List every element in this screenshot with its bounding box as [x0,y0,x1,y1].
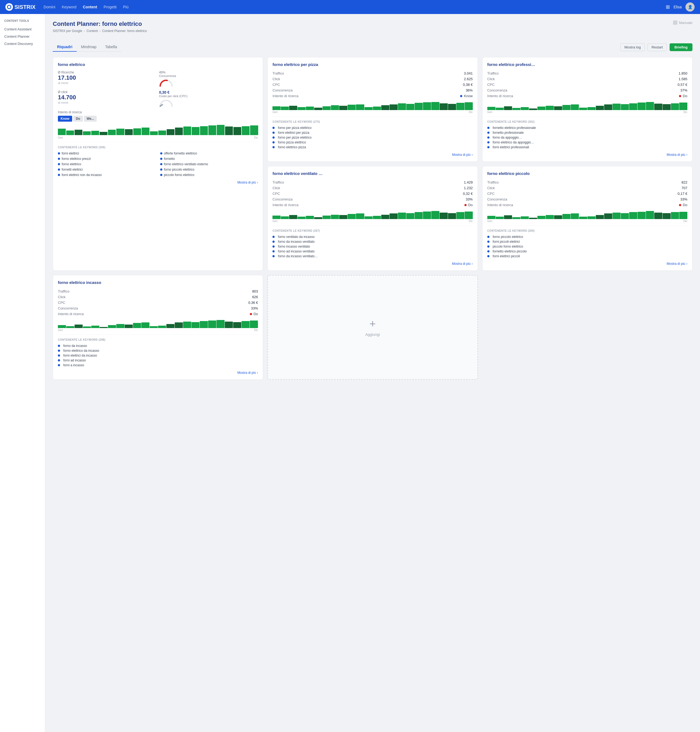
kw-item: forni elettrici non da incasso [58,173,156,177]
card6-chart [58,320,258,328]
breadcrumb: SISTRIX per Google › Content › Content P… [53,29,147,33]
app-body: CONTENT TOOLS Content Assistant Content … [0,14,700,732]
toolbar-right: Mostra log Restart Briefing [620,43,693,51]
concorrenza-gauge [159,79,173,87]
avatar[interactable]: 👤 [685,2,695,12]
manuale-label[interactable]: Manuale [679,21,693,25]
card6-keywords: forno da incassoforno elettrico da incas… [58,343,258,368]
briefing-button[interactable]: Briefing [669,43,693,51]
nav-domini[interactable]: Domini [44,4,56,10]
show-more-main[interactable]: Mostra di più › [58,180,258,184]
click-value: 14.700 [58,94,157,101]
card3-chart [487,101,687,110]
kw-section-title: CONTENENTE LE KEYWORD (309) [58,146,258,149]
card2-stats: Traffico3.041 Click2.625 CPC0,38 € Conco… [272,70,472,99]
intent-dot-do [679,95,681,97]
intent-buttons: Know Do We... [58,116,258,122]
nav-content[interactable]: Content [83,4,97,10]
breadcrumb-current: Content Planner: forno elettrico [102,29,147,33]
breadcrumb-sistrix[interactable]: SISTRIX per Google [53,29,82,33]
intent-dot-know [460,95,462,97]
mostra-log-button[interactable]: Mostra log [620,43,645,51]
page-title: Content Planner: forno elettrico [53,21,147,28]
restart-button[interactable]: Restart [647,43,667,51]
sidebar-item-content-assistant[interactable]: Content Assistant [0,26,45,33]
breadcrumb-content[interactable]: Content [87,29,98,33]
kw-item: fornetto [160,156,258,161]
kw-item: forni elettrici [58,151,156,156]
kw-item: forno elettrico [58,162,156,167]
tab-mindmap[interactable]: Mindmap [77,43,101,52]
card-forno-piccolo: forno elettrico piccolo Traffico822 Clic… [482,166,693,271]
card-forno-pizza: forno elettrico per pizza Traffico3.041 … [267,57,478,162]
main-keyword-card: forno elettrico Ø Ricerche 17.100 al mes… [53,57,263,271]
nav-keyword[interactable]: Keyword [62,4,76,10]
card2-title: forno elettrico per pizza [272,62,472,67]
sidebar: CONTENT TOOLS Content Assistant Content … [0,14,45,732]
manuale-section: Manuale [673,21,693,25]
ricerche-value: 17.100 [58,74,157,81]
show-more-card6[interactable]: Mostra di più › [58,371,258,375]
card2-keywords: forno per pizza elettricoforni elettrici… [272,125,472,150]
show-more-card2[interactable]: Mostra di più › [272,153,472,157]
add-label: Aggiungi [365,332,380,337]
kw-item: fornetti elettrici [58,167,156,172]
kw-item: forno elettrico ventilato esterno [160,162,258,167]
card3-keywords: fornetto elettrico professionalefornetto… [487,125,687,150]
kw-item: piccolo forno elettrico [160,173,258,177]
concorrenza-label: Concorrenza [159,74,258,78]
card4-stats: Traffico1.429 Click1.232 CPC0,32 € Conco… [272,179,472,208]
intent-we-button[interactable]: We... [84,116,97,122]
intent-know-button[interactable]: Know [58,116,72,122]
user-name: Elisa [674,5,682,9]
grid-icon[interactable]: ⊞ [666,4,670,10]
cpc-value: 0,30 € [159,90,258,94]
sidebar-title: CONTENT TOOLS [0,19,45,26]
card4-title: forno elettrico ventilato … [272,171,472,176]
card4-keywords: forno ventilato da incassoforno da incas… [272,235,472,259]
card5-stats: Traffico822 Click707 CPC0,17 € Concorren… [487,179,687,208]
nav-piu[interactable]: Più [123,4,128,10]
sidebar-item-content-planner[interactable]: Content Planner [0,33,45,40]
kw-item: forno piccolo elettrico [160,167,258,172]
main-content: Content Planner: forno elettrico SISTRIX… [45,14,700,732]
toolbar: Riquadri Mindmap Tabella Mostra log Rest… [53,43,693,52]
concorrenza-pct-label: 49% [159,70,258,74]
logo: SISTRIX [5,3,35,11]
cpc-label: Costo per click (CPC) [159,94,258,98]
intent-do-button[interactable]: Do [73,116,83,122]
intent-label: Intento di ricerca [58,110,258,114]
main-card-title: forno elettrico [58,62,258,67]
logo-icon [5,3,13,11]
card-forno-professi: forno elettrico professi… Traffico1.850 … [482,57,693,162]
tab-tabella[interactable]: Tabella [101,43,121,52]
show-more-card5[interactable]: Mostra di più › [487,262,687,266]
top-navigation: SISTRIX Domini Keyword Content Progetti … [0,0,700,14]
click-sub: al mese [58,101,157,104]
nav-links: Domini Keyword Content Progetti Più [44,4,666,10]
sidebar-item-content-discovery[interactable]: Content Discovery [0,40,45,47]
ricerche-label: Ø Ricerche [58,70,157,74]
cards-grid: forno elettrico Ø Ricerche 17.100 al mes… [53,57,693,380]
kw-item: offerte fornetto elettrico [160,151,258,156]
card2-chart [272,101,472,110]
tab-riquadri[interactable]: Riquadri [53,43,77,52]
nav-progetti[interactable]: Progetti [104,4,116,10]
card4-chart [272,210,472,219]
tabs: Riquadri Mindmap Tabella [53,43,121,52]
card3-title: forno elettrico professi… [487,62,687,67]
card5-keywords: forno piccolo elettricoforni piccoli ele… [487,235,687,259]
manuale-icon [673,21,677,25]
card-forno-ventilato: forno elettrico ventilato … Traffico1.42… [267,166,478,271]
show-more-card4[interactable]: Mostra di più › [272,262,472,266]
card5-chart [487,210,687,219]
show-more-card3[interactable]: Mostra di più › [487,153,687,157]
add-icon: + [369,318,376,329]
add-card[interactable]: + Aggiungi [267,275,478,380]
main-card-chart [58,124,258,135]
card-forno-incasso: forno elettrico incasso Traffico803 Clic… [53,275,263,380]
card3-stats: Traffico1.850 Click1.585 CPC0,57 € Conco… [487,70,687,99]
card5-title: forno elettrico piccolo [487,171,687,176]
click-label: Ø click [58,90,157,94]
ricerche-sub: al mese [58,81,157,85]
